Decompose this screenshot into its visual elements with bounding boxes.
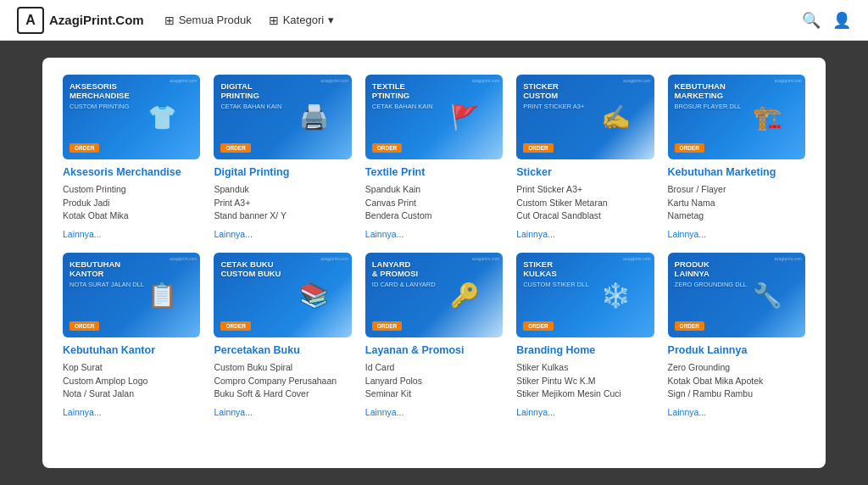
navbar: A AzagiPrint.Com ⊞ Semua Produk ⊞ Katego… bbox=[0, 0, 868, 41]
banner-graphic-digital: 🖨️ bbox=[280, 75, 348, 159]
product-items-digital: SpandukPrint A3+Stand banner X/ Y bbox=[214, 183, 351, 222]
product-more-marketing[interactable]: Lainnya... bbox=[668, 229, 805, 239]
product-title-branding[interactable]: Branding Home bbox=[516, 344, 654, 356]
list-item: Spanduk bbox=[214, 183, 351, 196]
product-banner-branding[interactable]: azagiprint.com STIKERKULKAS CUSTOM STIKE… bbox=[516, 253, 654, 337]
product-more-aksesoris[interactable]: Lainnya... bbox=[63, 229, 200, 239]
banner-graphic-textile: 🚩 bbox=[431, 75, 499, 159]
product-more-lanyard[interactable]: Lainnya... bbox=[365, 407, 503, 417]
product-more-textile[interactable]: Lainnya... bbox=[365, 229, 503, 239]
banner-button-lanyard[interactable]: ORDER bbox=[372, 321, 402, 331]
chevron-down-icon: ▾ bbox=[328, 14, 334, 26]
product-card-digital: azagiprint.com DIGITALPRINTING CETAK BAH… bbox=[214, 75, 351, 239]
product-banner-kantor[interactable]: azagiprint.com KEBUTUHANKANTOR NOTA SURA… bbox=[63, 253, 200, 337]
product-banner-aksesoris[interactable]: azagiprint.com AKSESORISMERCHANDISE CUST… bbox=[63, 75, 200, 159]
product-title-sticker[interactable]: Sticker bbox=[516, 166, 654, 178]
list-item: Kartu Nama bbox=[668, 197, 805, 209]
banner-title-sticker: STICKERCUSTOM PRINT STICKER A3+ bbox=[523, 81, 584, 110]
product-title-produk[interactable]: Produk Lainnya bbox=[668, 344, 805, 356]
product-more-digital[interactable]: Lainnya... bbox=[214, 229, 351, 239]
banner-graphic-branding: ❄️ bbox=[581, 253, 650, 337]
nav-kategori-label: Kategori bbox=[283, 14, 324, 26]
banner-button-aksesoris[interactable]: ORDER bbox=[70, 143, 99, 153]
list-item: Stiker Pintu Wc K.M bbox=[516, 375, 654, 387]
main-content: azagiprint.com AKSESORISMERCHANDISE CUST… bbox=[42, 58, 826, 468]
nav-semua-produk[interactable]: ⊞ Semua Produk bbox=[164, 14, 252, 27]
product-card-textile: azagiprint.com TEXTILEPTINTING CETAK BAH… bbox=[365, 75, 503, 239]
product-card-cetak: azagiprint.com CETAK BUKUCUSTOM BUKU ORD… bbox=[214, 253, 351, 417]
nav-kategori[interactable]: ⊞ Kategori ▾ bbox=[269, 14, 334, 27]
banner-button-kantor[interactable]: ORDER bbox=[70, 321, 99, 331]
product-items-lanyard: Id CardLanyard PolosSeminar Kit bbox=[365, 361, 503, 400]
nav-links: ⊞ Semua Produk ⊞ Kategori ▾ bbox=[164, 14, 782, 27]
list-item: Canvas Print bbox=[365, 197, 503, 209]
grid-icon: ⊞ bbox=[164, 14, 175, 27]
product-more-branding[interactable]: Lainnya... bbox=[516, 407, 654, 417]
list-item: Stiker Mejikom Mesin Cuci bbox=[516, 387, 654, 400]
product-card-marketing: azagiprint.com KEBUTUHANMARKETING BROSUR… bbox=[668, 75, 805, 239]
list-item: Nametag bbox=[668, 209, 805, 222]
banner-title-branding: STIKERKULKAS CUSTOM STIKER DLL bbox=[523, 259, 588, 288]
logo[interactable]: A AzagiPrint.Com bbox=[17, 7, 144, 34]
banner-button-marketing[interactable]: ORDER bbox=[675, 143, 704, 153]
product-card-lanyard: azagiprint.com LANYARD& PROMOSI ID CARD … bbox=[365, 253, 503, 417]
list-item: Buku Soft & Hard Cover bbox=[214, 387, 351, 400]
product-banner-digital[interactable]: azagiprint.com DIGITALPRINTING CETAK BAH… bbox=[214, 75, 351, 159]
list-item: Print Sticker A3+ bbox=[516, 183, 654, 196]
product-card-sticker: azagiprint.com STICKERCUSTOM PRINT STICK… bbox=[516, 75, 654, 239]
banner-button-cetak[interactable]: ORDER bbox=[220, 321, 250, 331]
product-items-textile: Spanduk KainCanvas PrintBendera Custom bbox=[365, 183, 503, 222]
banner-title-textile: TEXTILEPTINTING CETAK BAHAN KAIN bbox=[372, 81, 433, 110]
banner-button-branding[interactable]: ORDER bbox=[523, 321, 553, 331]
product-more-kantor[interactable]: Lainnya... bbox=[63, 407, 200, 417]
product-banner-sticker[interactable]: azagiprint.com STICKERCUSTOM PRINT STICK… bbox=[516, 75, 654, 159]
list-item: Seminar Kit bbox=[365, 387, 503, 400]
list-item: Print A3+ bbox=[214, 197, 351, 209]
banner-button-textile[interactable]: ORDER bbox=[372, 143, 402, 153]
banner-graphic-kantor: 📋 bbox=[128, 253, 197, 337]
banner-button-sticker[interactable]: ORDER bbox=[523, 143, 553, 153]
banner-button-produk[interactable]: ORDER bbox=[675, 321, 704, 331]
product-banner-cetak[interactable]: azagiprint.com CETAK BUKUCUSTOM BUKU ORD… bbox=[214, 253, 351, 337]
product-items-sticker: Print Sticker A3+Custom Stiker MetaranCu… bbox=[516, 183, 654, 222]
banner-graphic-aksesoris: 👕 bbox=[128, 75, 197, 159]
product-banner-textile[interactable]: azagiprint.com TEXTILEPTINTING CETAK BAH… bbox=[365, 75, 503, 159]
banner-button-digital[interactable]: ORDER bbox=[220, 143, 250, 153]
product-title-digital[interactable]: Digital Printing bbox=[214, 166, 351, 178]
product-more-cetak[interactable]: Lainnya... bbox=[214, 407, 351, 417]
product-banner-produk[interactable]: azagiprint.com PRODUKLAINNYA ZERO GROUND… bbox=[668, 253, 805, 337]
list-item: Bendera Custom bbox=[365, 209, 503, 222]
product-card-branding: azagiprint.com STIKERKULKAS CUSTOM STIKE… bbox=[516, 253, 654, 417]
list-item: Sign / Rambu Rambu bbox=[668, 387, 805, 400]
logo-text: AzagiPrint.Com bbox=[49, 13, 144, 27]
product-items-aksesoris: Custom PrintingProduk JadiKotak Obat Mik… bbox=[63, 183, 200, 222]
product-title-aksesoris[interactable]: Aksesoris Merchandise bbox=[63, 166, 200, 178]
list-item: Kop Surat bbox=[63, 361, 200, 374]
product-items-marketing: Brosur / FlayerKartu NamaNametag bbox=[668, 183, 805, 222]
product-title-kantor[interactable]: Kebutuhan Kantor bbox=[63, 344, 200, 356]
product-banner-marketing[interactable]: azagiprint.com KEBUTUHANMARKETING BROSUR… bbox=[668, 75, 805, 159]
product-title-cetak[interactable]: Percetakan Buku bbox=[214, 344, 351, 356]
banner-graphic-marketing: 🏗️ bbox=[733, 75, 802, 159]
list-item: Spanduk Kain bbox=[365, 183, 503, 196]
list-item: Kotak Obat Mika bbox=[63, 209, 200, 222]
product-title-textile[interactable]: Textile Print bbox=[365, 166, 503, 178]
product-more-sticker[interactable]: Lainnya... bbox=[516, 229, 654, 239]
product-card-produk: azagiprint.com PRODUKLAINNYA ZERO GROUND… bbox=[668, 253, 805, 417]
product-title-marketing[interactable]: Kebutuhan Marketing bbox=[668, 166, 805, 178]
product-banner-lanyard[interactable]: azagiprint.com LANYARD& PROMOSI ID CARD … bbox=[365, 253, 503, 337]
search-button[interactable]: 🔍 bbox=[802, 11, 821, 30]
list-item: Nota / Surat Jalan bbox=[63, 387, 200, 400]
banner-graphic-cetak: 📚 bbox=[280, 253, 348, 337]
list-item: Custom Printing bbox=[63, 183, 200, 196]
list-item: Custom Buku Spiral bbox=[214, 361, 351, 374]
product-title-lanyard[interactable]: Layanan & Promosi bbox=[365, 344, 503, 356]
list-item: Zero Grounding bbox=[668, 361, 805, 374]
product-card-aksesoris: azagiprint.com AKSESORISMERCHANDISE CUST… bbox=[63, 75, 200, 239]
product-card-kantor: azagiprint.com KEBUTUHANKANTOR NOTA SURA… bbox=[63, 253, 200, 417]
product-grid: azagiprint.com AKSESORISMERCHANDISE CUST… bbox=[63, 75, 805, 417]
product-more-produk[interactable]: Lainnya... bbox=[668, 407, 805, 417]
account-button[interactable]: 👤 bbox=[832, 11, 851, 30]
nav-semua-produk-label: Semua Produk bbox=[179, 14, 252, 26]
banner-title-aksesoris: AKSESORISMERCHANDISE CUSTOM PRINTING bbox=[70, 81, 130, 110]
